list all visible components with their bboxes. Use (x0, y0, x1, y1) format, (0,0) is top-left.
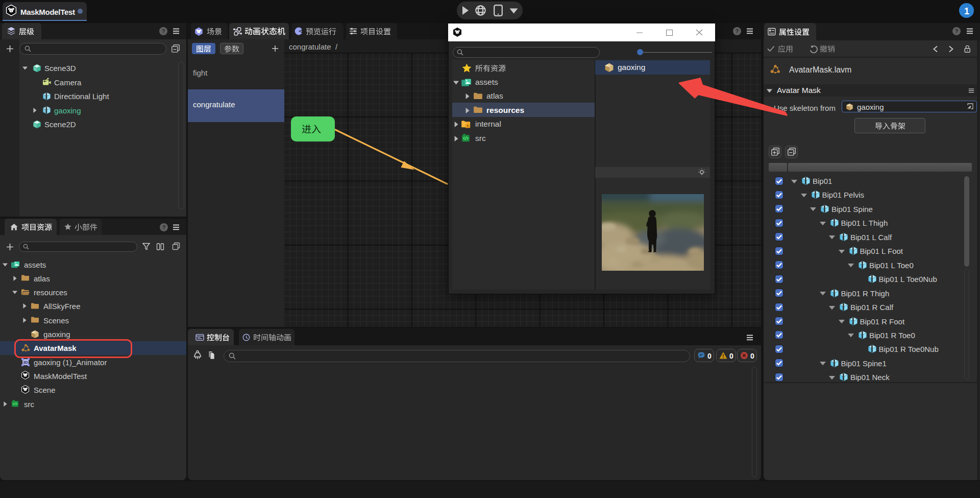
svg-text:3D: 3D (23, 360, 28, 365)
svg-text:?: ? (162, 28, 165, 34)
svg-text:?: ? (736, 28, 739, 34)
svg-text:?: ? (162, 224, 166, 230)
svg-text:?: ? (955, 28, 959, 34)
